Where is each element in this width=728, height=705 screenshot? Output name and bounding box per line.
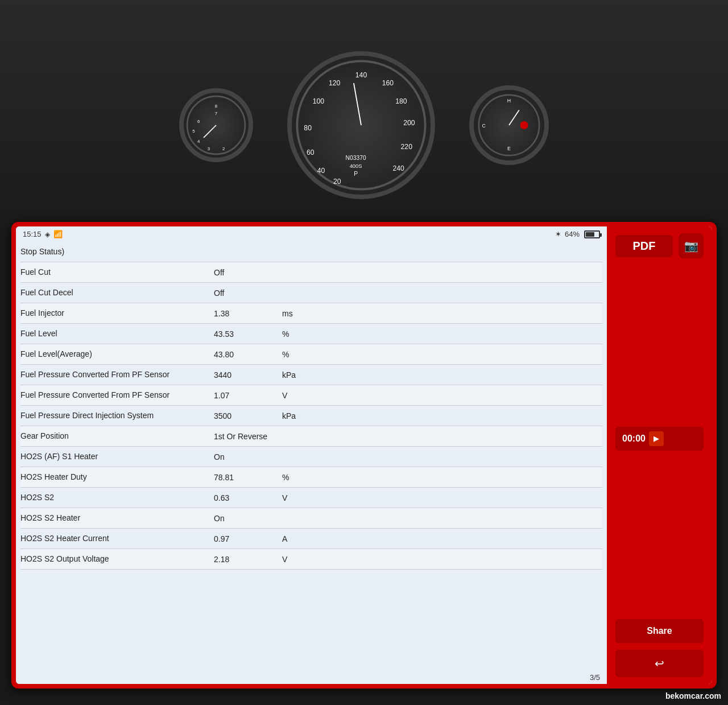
row-label: Fuel Pressure Converted From PF Sensor: [20, 369, 214, 380]
row-value: 0.63: [214, 493, 282, 502]
table-row: Fuel Cut DecelOff: [20, 283, 602, 303]
share-button[interactable]: Share: [615, 619, 704, 643]
svg-text:100: 100: [313, 97, 325, 105]
svg-text:3: 3: [208, 146, 210, 151]
row-unit: A: [282, 534, 602, 543]
row-label: Stop Status): [20, 246, 214, 257]
svg-text:120: 120: [329, 79, 341, 87]
timer-row: 00:00 ▶: [615, 427, 704, 451]
dashboard-background: 8 7 6 5 4 3 2 120 140 160 100 180 80 200: [0, 0, 728, 239]
main-content: 15:15 ◈ 📶 ✶ 64% Stop Status)Fuel CutOffF…: [16, 226, 607, 684]
watermark: bekomcar.com: [665, 691, 721, 700]
row-value: 3440: [214, 370, 282, 380]
row-label: HO2S S2 Heater: [20, 513, 214, 523]
row-value: 2.18: [214, 555, 282, 564]
row-unit: kPa: [282, 370, 602, 380]
row-unit: ms: [282, 309, 602, 318]
svg-text:4: 4: [197, 139, 200, 144]
table-row: HO2S Heater Duty78.81%: [20, 467, 602, 488]
row-unit: %: [282, 473, 602, 482]
svg-text:220: 220: [401, 143, 413, 151]
row-value: On: [214, 452, 282, 461]
table-row: HO2S S2 HeaterOn: [20, 508, 602, 529]
status-right: ✶ 64%: [555, 230, 600, 238]
data-table: Stop Status)Fuel CutOffFuel Cut DecelOff…: [16, 242, 607, 671]
row-label: Fuel Level: [20, 328, 214, 339]
svg-text:E: E: [507, 146, 511, 151]
battery-percent: 64%: [565, 230, 580, 238]
status-bar: 15:15 ◈ 📶 ✶ 64%: [16, 226, 607, 242]
svg-text:160: 160: [382, 79, 394, 87]
bluetooth-icon: ✶: [555, 230, 561, 238]
svg-text:200: 200: [403, 119, 415, 127]
svg-text:20: 20: [333, 178, 341, 185]
device-screen: 15:15 ◈ 📶 ✶ 64% Stop Status)Fuel CutOffF…: [16, 226, 712, 684]
row-value: 78.81: [214, 473, 282, 482]
svg-text:5: 5: [192, 129, 195, 134]
table-row: HO2S (AF) S1 HeaterOn: [20, 447, 602, 467]
table-row: HO2S S2 Output Voltage2.18V: [20, 549, 602, 570]
row-label: Fuel Cut: [20, 267, 214, 277]
svg-text:180: 180: [395, 97, 407, 105]
table-row: Gear Position1st Or Reverse: [20, 426, 602, 447]
play-button[interactable]: ▶: [649, 431, 664, 446]
row-value: 43.80: [214, 350, 282, 359]
pdf-button[interactable]: PDF: [615, 235, 673, 257]
back-button[interactable]: ↩: [615, 650, 704, 677]
play-icon: ▶: [653, 435, 659, 443]
right-panel: PDF 📷 00:00 ▶ Share ↩: [607, 226, 712, 684]
svg-text:8: 8: [215, 104, 218, 109]
row-value: 0.97: [214, 534, 282, 543]
table-row: Stop Status): [20, 242, 602, 262]
row-label: Fuel Level(Average): [20, 349, 214, 359]
row-unit: V: [282, 493, 602, 502]
svg-line-31: [509, 110, 519, 125]
time-display: 15:15: [23, 230, 42, 238]
gauge-cluster: 8 7 6 5 4 3 2 120 140 160 100 180 80 200: [0, 0, 728, 239]
svg-text:240: 240: [393, 164, 405, 172]
temp-fuel-gauge: H E C: [469, 85, 549, 165]
table-row: HO2S S20.63V: [20, 488, 602, 508]
battery-icon: [584, 230, 600, 238]
row-unit: V: [282, 555, 602, 564]
svg-text:80: 80: [304, 124, 312, 132]
row-unit: V: [282, 391, 602, 400]
row-unit: %: [282, 350, 602, 359]
rpm-gauge: 8 7 6 5 4 3 2: [179, 88, 253, 162]
battery-fill: [586, 232, 594, 237]
svg-line-25: [354, 83, 361, 125]
row-unit: %: [282, 329, 602, 339]
table-row: Fuel Level43.53%: [20, 324, 602, 344]
row-label: HO2S S2: [20, 492, 214, 502]
row-label: Fuel Injector: [20, 308, 214, 318]
table-row: Fuel Level(Average)43.80%: [20, 344, 602, 365]
row-value: 1.38: [214, 309, 282, 318]
device-frame: 15:15 ◈ 📶 ✶ 64% Stop Status)Fuel CutOffF…: [11, 222, 717, 688]
row-label: Fuel Pressure Converted From PF Sensor: [20, 390, 214, 400]
svg-text:C: C: [482, 123, 486, 129]
table-row: HO2S S2 Heater Current0.97A: [20, 529, 602, 549]
table-row: Fuel Pressure Converted From PF Sensor1.…: [20, 385, 602, 406]
row-unit: kPa: [282, 411, 602, 420]
row-value: Off: [214, 268, 282, 277]
row-label: Fuel Pressure Direct Injection System: [20, 410, 214, 420]
speedometer-gauge: 120 140 160 100 180 80 200 60 220 40 240…: [287, 51, 435, 199]
camera-icon: 📷: [684, 239, 698, 253]
row-label: HO2S Heater Duty: [20, 472, 214, 482]
svg-text:6: 6: [197, 119, 200, 124]
table-row: Fuel Pressure Converted From PF Sensor34…: [20, 365, 602, 385]
svg-text:400S: 400S: [350, 163, 362, 169]
svg-line-8: [204, 125, 216, 138]
timer-display: 00:00: [622, 434, 646, 444]
svg-text:7: 7: [215, 111, 217, 116]
row-value: 43.53: [214, 329, 282, 339]
svg-text:H: H: [507, 98, 511, 104]
row-value: 1.07: [214, 391, 282, 400]
svg-text:140: 140: [355, 71, 367, 79]
row-label: HO2S S2 Heater Current: [20, 533, 214, 543]
svg-text:40: 40: [317, 167, 325, 175]
camera-button[interactable]: 📷: [679, 233, 704, 258]
row-value: 3500: [214, 411, 282, 420]
table-row: Fuel Pressure Direct Injection System350…: [20, 406, 602, 426]
svg-text:60: 60: [307, 149, 315, 156]
